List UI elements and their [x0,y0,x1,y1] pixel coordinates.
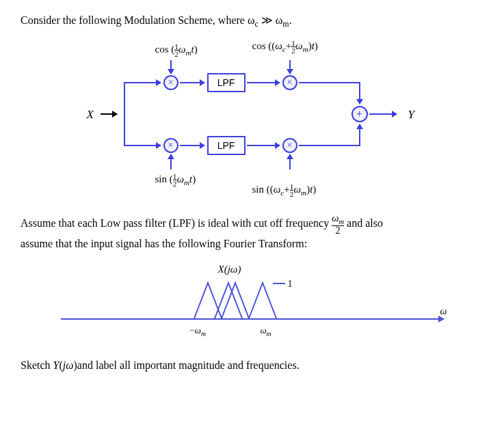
wire-top-3 [247,82,280,83]
label-sin-shifted: sin ((ωc+12ωm)t) [252,183,317,197]
tick-plus-wm: ωm [260,325,271,337]
multiplier-top-2: × [282,75,297,90]
wire-top-4 [299,82,360,83]
spectrum-shape [191,281,280,320]
wire-bot-1 [124,145,161,146]
lpf-top: LPF [207,73,246,92]
wire-bot-3 [247,145,280,146]
wire-top-to-sum [359,82,360,104]
wire-bot-4 [299,145,360,146]
final-question: Sketch Y(jω)and label all important magn… [21,359,483,372]
output-y: Y [408,108,414,122]
wire-bot-2 [180,145,204,146]
plot-title: X(jω) [218,264,241,275]
intro-text: Consider the following Modulation Scheme… [21,14,483,29]
wire-top-in-2 [289,60,291,74]
spectrum-plot: X(jω) ω 1 −ωm ωm [61,264,444,346]
multiplier-top-1: × [163,75,178,90]
label-cos-half-wm: cos (12ωmt) [155,43,198,57]
label-cos-shifted: cos ((ωc+12ωm)t) [252,40,318,54]
omega-axis-label: ω [440,306,447,317]
tick-minus-wm: −ωm [189,325,206,337]
multiplier-bot-2: × [282,138,297,153]
wire-top-1 [124,82,161,83]
multiplier-bot-1: × [163,138,178,153]
wire-bot-to-sum [359,124,360,146]
assume-text-1: Assume that each Low pass filter (LPF) i… [21,214,483,235]
input-x: X [87,108,94,122]
assume-text-2: assume that the input signal has the fol… [21,238,483,250]
wire-bot-in-1 [170,154,172,169]
block-diagram: cos (12ωmt) cos ((ωc+12ωm)t) X × LPF × ×… [81,40,423,197]
input-arrow [101,113,117,115]
wire-top-2 [180,82,204,83]
wire-out [369,113,397,115]
wire-bot-in-2 [289,154,291,169]
wire-top-in-1 [170,60,172,74]
level-dash [273,283,285,284]
label-sin-half-wm: sin (12ωmt) [155,173,196,187]
lpf-bot: LPF [207,136,246,155]
level-one: 1 [288,279,293,290]
summer: + [352,106,368,122]
wire-split-v [124,82,125,146]
